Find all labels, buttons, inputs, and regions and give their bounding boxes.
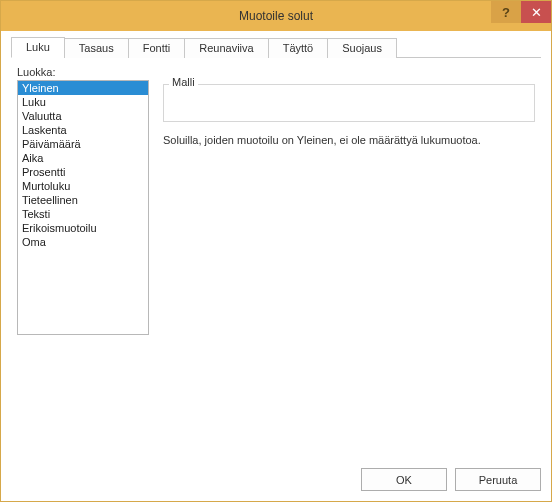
main-row: Yleinen Luku Valuutta Laskenta Päivämäär… xyxy=(17,80,535,444)
category-label: Luokka: xyxy=(17,66,535,78)
close-button[interactable]: ✕ xyxy=(521,1,551,23)
tab-body: Luokka: Yleinen Luku Valuutta Laskenta P… xyxy=(11,58,541,450)
list-item[interactable]: Erikoismuotoilu xyxy=(18,221,148,235)
list-item[interactable]: Aika xyxy=(18,151,148,165)
tab-border[interactable]: Reunaviiva xyxy=(184,38,268,58)
sample-label: Malli xyxy=(169,76,198,88)
list-item[interactable]: Valuutta xyxy=(18,109,148,123)
tab-alignment[interactable]: Tasaus xyxy=(64,38,129,58)
sample-fieldset: Malli xyxy=(163,84,535,122)
list-item[interactable]: Yleinen xyxy=(18,81,148,95)
list-item[interactable]: Päivämäärä xyxy=(18,137,148,151)
format-cells-dialog: Muotoile solut ? ✕ Luku Tasaus Fontti Re… xyxy=(0,0,552,502)
right-pane: Malli Soluilla, joiden muotoilu on Ylein… xyxy=(163,80,535,444)
list-item[interactable]: Tieteellinen xyxy=(18,193,148,207)
tab-strip: Luku Tasaus Fontti Reunaviiva Täyttö Suo… xyxy=(11,37,541,58)
tab-fill[interactable]: Täyttö xyxy=(268,38,329,58)
tab-protection[interactable]: Suojaus xyxy=(327,38,397,58)
titlebar-buttons: ? ✕ xyxy=(491,1,551,23)
help-button[interactable]: ? xyxy=(491,1,521,23)
list-item[interactable]: Luku xyxy=(18,95,148,109)
cancel-button[interactable]: Peruuta xyxy=(455,468,541,491)
window-title: Muotoile solut xyxy=(1,9,551,23)
list-item[interactable]: Laskenta xyxy=(18,123,148,137)
dialog-footer: OK Peruuta xyxy=(1,460,551,501)
tab-font[interactable]: Fontti xyxy=(128,38,186,58)
list-item[interactable]: Oma xyxy=(18,235,148,249)
format-description: Soluilla, joiden muotoilu on Yleinen, ei… xyxy=(163,134,535,146)
dialog-content: Luku Tasaus Fontti Reunaviiva Täyttö Suo… xyxy=(1,31,551,460)
category-listbox[interactable]: Yleinen Luku Valuutta Laskenta Päivämäär… xyxy=(17,80,149,335)
list-item[interactable]: Teksti xyxy=(18,207,148,221)
tab-number[interactable]: Luku xyxy=(11,37,65,58)
list-item[interactable]: Murtoluku xyxy=(18,179,148,193)
list-item[interactable]: Prosentti xyxy=(18,165,148,179)
sample-box xyxy=(163,84,535,122)
ok-button[interactable]: OK xyxy=(361,468,447,491)
titlebar: Muotoile solut ? ✕ xyxy=(1,1,551,31)
